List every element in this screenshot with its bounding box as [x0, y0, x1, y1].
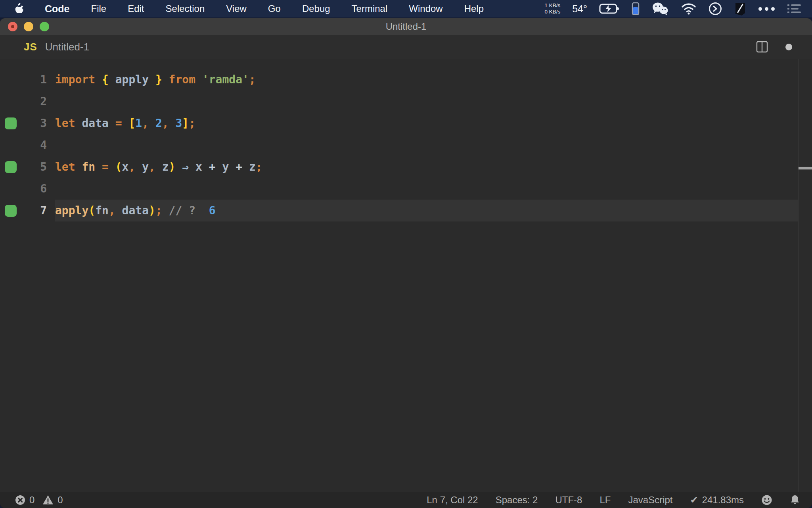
menu-go[interactable]: Go — [257, 3, 291, 14]
language-mode[interactable]: JavaScript — [628, 495, 672, 506]
quokka-timing[interactable]: ✔ 241.83ms — [690, 495, 744, 506]
menu-debug[interactable]: Debug — [291, 3, 341, 14]
code-text — [55, 178, 799, 200]
line-number: 3 — [22, 117, 47, 130]
line-number: 6 — [22, 182, 47, 195]
token-pl — [149, 117, 155, 130]
token-pn: ; — [249, 73, 256, 86]
notifications-bell-icon[interactable] — [790, 495, 800, 506]
unsaved-changes-dot[interactable] — [785, 44, 792, 50]
token-id: y — [222, 160, 229, 173]
wifi-icon[interactable] — [681, 3, 697, 15]
menu-file[interactable]: File — [80, 3, 117, 14]
token-id: z — [249, 160, 256, 173]
code-text — [55, 90, 799, 112]
menubar: CodeFileEditSelectionViewGoDebugTerminal… — [0, 0, 812, 17]
problems-indicator[interactable]: 0 0 — [0, 495, 67, 506]
token-pl — [75, 117, 82, 130]
token-pl — [169, 117, 176, 130]
token-op: + — [236, 160, 242, 173]
token-br: } — [155, 73, 162, 86]
token-fn: apply — [55, 204, 88, 217]
menu-window[interactable]: Window — [398, 3, 453, 14]
token-pl — [135, 160, 142, 173]
code-line-7[interactable]: 7apply(fn, data); // ? 6 — [0, 200, 799, 221]
tab-label[interactable]: Untitled-1 — [45, 41, 89, 53]
token-pn: , — [128, 160, 135, 173]
encoding-setting[interactable]: UTF-8 — [555, 495, 582, 506]
code-text: import { apply } from 'ramda'; — [55, 69, 799, 90]
code-line-4[interactable]: 4 — [0, 134, 799, 156]
code-line-6[interactable]: 6 — [0, 178, 799, 200]
error-count: 0 — [29, 495, 34, 506]
token-pn: ; — [256, 160, 262, 173]
code-window: Untitled-1 JS Untitled-1 1import { apply… — [0, 18, 812, 508]
apple-menu-icon[interactable] — [13, 3, 24, 15]
password-app-icon[interactable] — [734, 2, 747, 15]
line-number: 7 — [22, 204, 47, 217]
token-br: { — [102, 73, 109, 86]
timing-value: 241.83ms — [702, 495, 744, 506]
token-num: 2 — [155, 117, 162, 130]
token-id: x — [122, 160, 129, 173]
token-kw: let — [55, 117, 75, 130]
code-line-5[interactable]: 5let fn = (x, y, z) ⇒ x + y + z; — [0, 156, 799, 178]
menu-edit[interactable]: Edit — [117, 3, 155, 14]
network-speed-indicator[interactable]: 1 KB/s 0 KB/s — [544, 2, 560, 15]
token-cm: // ? — [169, 204, 195, 217]
line-number: 1 — [22, 73, 47, 86]
notification-list-icon[interactable] — [787, 3, 802, 14]
token-br: ( — [115, 160, 122, 173]
code-text: let data = [1, 2, 3]; — [55, 112, 799, 134]
token-pn: = — [102, 160, 109, 173]
clock-app-icon[interactable] — [709, 2, 722, 15]
quokka-coverage-marker — [5, 117, 17, 129]
token-id: apply — [109, 73, 155, 86]
token-br: ( — [88, 204, 95, 217]
quokka-coverage-marker — [5, 161, 17, 173]
gutter — [0, 205, 22, 217]
temperature-label[interactable]: 54° — [572, 3, 587, 15]
split-editor-icon[interactable] — [756, 41, 768, 53]
token-pn: = — [115, 117, 122, 130]
token-pn: ; — [189, 117, 195, 130]
menu-code[interactable]: Code — [34, 3, 80, 15]
token-str: 'ramda' — [202, 73, 249, 86]
battery-level-widget-icon[interactable] — [632, 2, 640, 15]
token-id: fn — [95, 204, 109, 217]
token-pl — [202, 160, 209, 173]
token-pn: ; — [155, 204, 162, 217]
line-number: 2 — [22, 95, 47, 108]
overview-ruler-scrollbar[interactable] — [798, 59, 812, 492]
token-num: 6 — [209, 204, 216, 217]
more-menu-icon[interactable] — [758, 7, 775, 11]
menu-view[interactable]: View — [215, 3, 257, 14]
overview-ruler-mark — [799, 167, 812, 169]
battery-charging-icon[interactable] — [599, 4, 620, 14]
editor-tab-bar: JS Untitled-1 — [0, 35, 812, 59]
indentation-setting[interactable]: Spaces: 2 — [496, 495, 538, 506]
editor-pane[interactable]: 1import { apply } from 'ramda';23let dat… — [0, 59, 812, 492]
code-line-1[interactable]: 1import { apply } from 'ramda'; — [0, 69, 799, 90]
code-text: let fn = (x, y, z) ⇒ x + y + z; — [55, 156, 799, 178]
window-titlebar[interactable]: Untitled-1 — [0, 18, 812, 35]
warning-count: 0 — [57, 495, 63, 506]
token-pl — [229, 160, 236, 173]
cursor-position[interactable]: Ln 7, Col 22 — [427, 495, 478, 506]
token-pl — [195, 204, 209, 217]
feedback-smiley-icon[interactable] — [761, 495, 772, 506]
token-pl — [155, 160, 162, 173]
code-line-2[interactable]: 2 — [0, 90, 799, 112]
network-down-label: 0 KB/s — [544, 9, 560, 15]
check-icon: ✔ — [690, 495, 698, 506]
token-pl — [115, 204, 122, 217]
wechat-icon[interactable] — [651, 2, 669, 15]
eol-setting[interactable]: LF — [599, 495, 611, 506]
code-line-3[interactable]: 3let data = [1, 2, 3]; — [0, 112, 799, 134]
status-bar: 0 0 Ln 7, Col 22 Spaces: 2 UTF-8 LF Java… — [0, 492, 812, 508]
menu-help[interactable]: Help — [454, 3, 494, 14]
menu-terminal[interactable]: Terminal — [341, 3, 398, 14]
menu-selection[interactable]: Selection — [155, 3, 216, 14]
token-ar: ⇒ — [182, 160, 189, 173]
token-num: 3 — [175, 117, 182, 130]
